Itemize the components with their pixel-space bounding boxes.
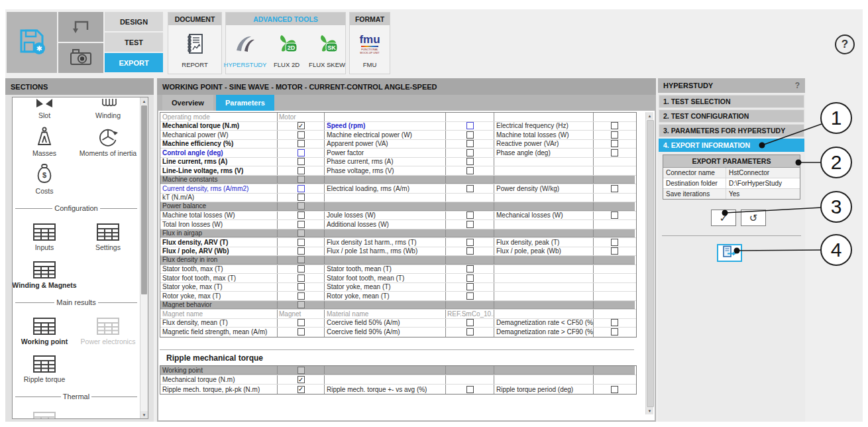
sidebar-item-power-electronics[interactable]: Power electronics bbox=[77, 313, 140, 345]
step-3-parameters-for-hyperstudy[interactable]: 3. PARAMETERS FOR HYPERSTUDY bbox=[659, 124, 804, 137]
checkbox[interactable] bbox=[466, 212, 474, 219]
export-param-value[interactable]: D:\ForHyperStudy bbox=[726, 180, 800, 187]
sidebar-item-costs[interactable]: $Costs bbox=[13, 162, 76, 195]
checkbox[interactable] bbox=[466, 247, 474, 255]
reset-button[interactable]: ↺ bbox=[741, 210, 766, 226]
checkbox[interactable] bbox=[611, 247, 618, 255]
checkbox[interactable] bbox=[466, 221, 474, 228]
checkbox[interactable] bbox=[298, 221, 305, 228]
checkbox-checked[interactable]: ✓ bbox=[298, 386, 305, 393]
export-param-value[interactable]: HstConnector bbox=[726, 169, 800, 176]
validate-button[interactable]: ✓ bbox=[711, 210, 736, 226]
checkbox-checked[interactable]: ✓ bbox=[298, 376, 305, 383]
step-2-test-configuration[interactable]: 2. TEST CONFIGURATION bbox=[659, 109, 804, 123]
checkbox[interactable] bbox=[298, 274, 305, 282]
checkbox[interactable] bbox=[298, 328, 305, 336]
scroll-up-arrow[interactable]: ▲ bbox=[646, 112, 653, 119]
checkbox[interactable] bbox=[466, 239, 474, 246]
checkbox[interactable] bbox=[466, 319, 474, 326]
checkbox[interactable] bbox=[466, 131, 474, 139]
sidebar-item-winding-magnets[interactable]: Winding & Magnets bbox=[13, 257, 76, 289]
checkbox[interactable] bbox=[298, 158, 305, 165]
checkbox[interactable] bbox=[466, 328, 474, 336]
checkbox[interactable] bbox=[611, 149, 618, 156]
sidebar-item-ripple-torque[interactable]: Ripple torque bbox=[13, 351, 76, 383]
scroll-up-arrow[interactable]: ▲ bbox=[140, 97, 148, 105]
checkbox[interactable] bbox=[611, 328, 618, 336]
checkbox[interactable] bbox=[298, 212, 305, 219]
checkbox[interactable] bbox=[298, 229, 305, 237]
sidebar-item-settings[interactable]: Settings bbox=[77, 219, 140, 251]
sidebar-scrollbar[interactable]: ▲ ▼ bbox=[140, 97, 148, 418]
step-4-export-information[interactable]: 4. EXPORT INFORMATION bbox=[659, 139, 804, 152]
checkbox[interactable] bbox=[611, 212, 618, 219]
report-button[interactable]: REPORT bbox=[176, 30, 214, 68]
scroll-thumb[interactable] bbox=[141, 105, 147, 294]
checkbox[interactable] bbox=[466, 167, 474, 174]
checkbox[interactable] bbox=[298, 185, 305, 192]
checkbox[interactable] bbox=[611, 122, 618, 129]
checkbox[interactable] bbox=[466, 292, 474, 300]
checkbox[interactable] bbox=[466, 265, 474, 273]
checkbox[interactable] bbox=[466, 185, 474, 192]
checkbox[interactable] bbox=[611, 239, 618, 246]
checkbox[interactable] bbox=[466, 149, 474, 156]
checkbox-checked[interactable]: ✓ bbox=[298, 122, 305, 129]
sidebar-item-masses[interactable]: Masses bbox=[13, 125, 76, 157]
checkbox[interactable] bbox=[298, 283, 305, 290]
flux-skew-button[interactable]: SK FLUX SKEW bbox=[309, 30, 345, 68]
checkbox[interactable] bbox=[298, 149, 305, 156]
checkbox[interactable] bbox=[298, 256, 305, 263]
checkbox[interactable] bbox=[298, 319, 305, 326]
undo-button[interactable] bbox=[58, 12, 103, 42]
checkbox[interactable] bbox=[611, 131, 618, 139]
sidebar-item-slot[interactable]: Slot bbox=[13, 99, 76, 119]
checkbox[interactable] bbox=[611, 140, 618, 147]
export-button[interactable] bbox=[717, 244, 742, 262]
sidebar-item-moments-of-inertia[interactable]: Moments of inertia bbox=[77, 125, 140, 157]
scroll-down-arrow[interactable]: ▼ bbox=[140, 411, 148, 418]
checkbox[interactable] bbox=[298, 292, 305, 300]
flux-2d-button[interactable]: 2D FLUX 2D bbox=[271, 30, 302, 68]
checkbox[interactable] bbox=[298, 176, 305, 183]
checkbox[interactable] bbox=[298, 202, 305, 210]
sidebar-item-temperature[interactable]: Temperature bbox=[13, 407, 76, 418]
checkbox[interactable] bbox=[298, 265, 305, 273]
main-scrollbar[interactable]: ▲ ▼ bbox=[645, 112, 653, 414]
checkbox[interactable] bbox=[298, 301, 305, 308]
checkbox[interactable] bbox=[298, 131, 305, 139]
checkbox[interactable] bbox=[298, 167, 305, 174]
tab-test[interactable]: TEST bbox=[105, 32, 163, 52]
checkbox[interactable] bbox=[466, 283, 474, 290]
tab-overview[interactable]: Overview bbox=[162, 95, 213, 111]
checkbox[interactable] bbox=[611, 185, 618, 192]
sidebar-item-winding[interactable]: Winding bbox=[77, 99, 140, 119]
checkbox[interactable] bbox=[298, 247, 305, 255]
fmu-button[interactable]: fmu FUNCTIONAL MOCK-UP UNIT FMU bbox=[351, 30, 389, 68]
sidebar-item-working-point[interactable]: Working point bbox=[13, 313, 76, 345]
checkbox[interactable] bbox=[611, 386, 618, 393]
tab-parameters[interactable]: Parameters bbox=[216, 95, 274, 111]
export-param-value[interactable]: Yes bbox=[726, 190, 800, 198]
tab-export[interactable]: EXPORT bbox=[105, 53, 163, 72]
checkbox[interactable] bbox=[466, 386, 474, 393]
checkbox[interactable] bbox=[466, 158, 474, 165]
panel-help-icon[interactable]: ? bbox=[795, 81, 800, 90]
scroll-thumb[interactable] bbox=[647, 120, 654, 407]
help-button[interactable]: ? bbox=[835, 34, 855, 54]
tab-design[interactable]: DESIGN bbox=[105, 12, 163, 31]
checkbox[interactable] bbox=[466, 122, 474, 129]
hyperstudy-button[interactable]: HYPERSTUDY bbox=[226, 30, 264, 68]
scroll-down-arrow[interactable]: ▼ bbox=[646, 407, 653, 414]
checkbox[interactable] bbox=[298, 194, 305, 201]
step-1-test-selection[interactable]: 1. TEST SELECTION bbox=[659, 95, 804, 108]
checkbox[interactable] bbox=[466, 140, 474, 147]
save-button[interactable]: ✱ bbox=[7, 12, 57, 73]
checkbox[interactable] bbox=[466, 274, 474, 282]
sidebar-item-inputs[interactable]: Inputs bbox=[13, 219, 76, 251]
checkbox[interactable] bbox=[298, 239, 305, 246]
checkbox[interactable] bbox=[298, 367, 305, 374]
checkbox[interactable] bbox=[611, 319, 618, 326]
screenshot-button[interactable] bbox=[58, 43, 103, 73]
checkbox[interactable] bbox=[298, 140, 305, 147]
